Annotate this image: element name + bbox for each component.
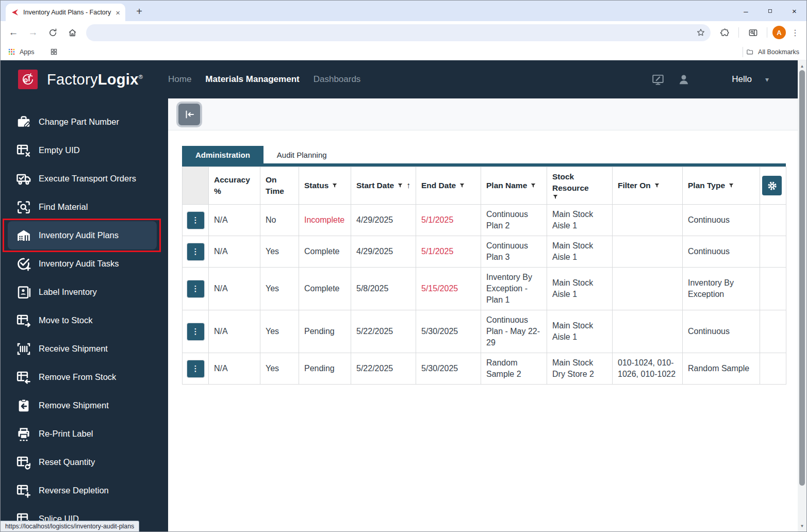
bookmark-star-icon[interactable] — [696, 28, 705, 37]
apps-grid-icon[interactable] — [8, 48, 15, 56]
cell-on-time: Yes — [260, 236, 299, 268]
cell-start-date: 4/29/2025 — [351, 205, 416, 236]
app-nav: Home Materials Management Dashboards — [168, 74, 360, 85]
id-card-icon — [16, 285, 31, 300]
sidebar-item-label: Label Inventory — [39, 287, 97, 297]
cell-status: Pending — [299, 353, 351, 385]
new-tab-button[interactable]: + — [133, 5, 146, 18]
mini-grid-icon[interactable] — [50, 48, 58, 56]
user-icon[interactable] — [677, 73, 690, 86]
column-header[interactable]: Plan Name ↑ — [481, 167, 547, 205]
forward-button[interactable]: → — [24, 24, 42, 41]
nav-link[interactable]: Home — [168, 74, 191, 85]
sidebar-item[interactable]: Change Part Number — [8, 108, 157, 136]
kebab-icon: ⋮ — [192, 327, 200, 336]
monitor-edit-icon[interactable] — [651, 73, 665, 86]
column-header[interactable]: Plan Type ↑ — [683, 167, 760, 205]
sidebar-item[interactable]: Execute Transport Orders — [8, 164, 157, 193]
column-header[interactable]: Filter On ↑ — [613, 167, 683, 205]
address-bar[interactable] — [86, 24, 711, 41]
cell-stock-resource: Main Stock Aisle 1 — [547, 236, 613, 268]
cell-on-time: Yes — [260, 310, 299, 353]
sidebar-item[interactable]: Remove From Stock — [8, 363, 157, 391]
close-window-button[interactable]: × — [782, 1, 806, 21]
sidebar-item-label: Reverse Depletion — [39, 486, 109, 495]
sidebar-item[interactable]: Empty UID — [8, 136, 157, 164]
cell-row-menu: ⋮ — [183, 205, 209, 236]
row-menu-button[interactable]: ⋮ — [187, 360, 205, 378]
sidebar-item[interactable]: Inventory Audit Tasks — [8, 250, 157, 278]
cell-stock-resource: Main Stock Aisle 1 — [547, 268, 613, 310]
nav-link[interactable]: Dashboards — [314, 74, 361, 85]
sidebar-item[interactable]: Re-Print Label — [8, 420, 157, 448]
maximize-button[interactable] — [758, 1, 782, 21]
profile-avatar[interactable]: A — [772, 26, 786, 39]
cell-plan-type: Continuous — [683, 236, 760, 268]
side-panel-icon[interactable] — [744, 24, 762, 41]
column-header[interactable]: Status ↑ — [299, 167, 351, 205]
extensions-icon[interactable] — [716, 24, 733, 41]
column-settings-button[interactable] — [762, 176, 782, 195]
header-actions: Hello ▾ — [651, 73, 799, 86]
column-header[interactable]: End Date ↑ — [416, 167, 481, 205]
scrollbar-thumb[interactable] — [799, 70, 805, 486]
nav-link[interactable]: Materials Management — [205, 74, 299, 85]
sidebar: Change Part Number Empty UID Execute Tra… — [1, 98, 168, 531]
min-icon: – — [744, 7, 748, 15]
row-menu-button[interactable]: ⋮ — [187, 211, 205, 229]
filter-icon[interactable] — [459, 182, 465, 189]
filter-icon[interactable] — [530, 182, 536, 189]
chevron-down-icon[interactable]: ▾ — [765, 75, 769, 84]
sidebar-item[interactable]: Label Inventory — [8, 278, 157, 306]
sidebar-item[interactable]: Remove Shipment — [8, 391, 157, 420]
reload-button[interactable] — [44, 24, 61, 41]
sidebar-item[interactable]: Inventory Audit Plans — [8, 221, 157, 250]
cell-on-time: No — [260, 205, 299, 236]
cell-extra — [760, 268, 786, 310]
max-icon — [767, 8, 773, 14]
collapse-sidebar-button[interactable] — [176, 102, 202, 127]
cell-accuracy: N/A — [209, 353, 260, 385]
filter-icon[interactable] — [397, 182, 403, 189]
page-tab[interactable]: Administration — [182, 146, 263, 163]
warehouse-icon — [16, 228, 31, 243]
sidebar-item[interactable]: Reset Quantity — [8, 448, 157, 476]
column-header[interactable]: ↑ — [183, 167, 209, 205]
column-header[interactable]: On Time ↑ — [260, 167, 299, 205]
tab-close-icon[interactable]: × — [116, 8, 120, 17]
all-bookmarks-button[interactable]: All Bookmarks — [758, 48, 799, 56]
sidebar-item-label: Re-Print Label — [39, 429, 93, 439]
user-menu[interactable]: Hello — [732, 74, 752, 85]
row-menu-button[interactable]: ⋮ — [187, 280, 205, 298]
sidebar-item[interactable]: Receive Shipment — [8, 335, 157, 363]
sidebar-item[interactable]: Find Material — [8, 193, 157, 221]
row-menu-button[interactable]: ⋮ — [187, 243, 205, 261]
column-header[interactable]: Accuracy % ↑ — [209, 167, 260, 205]
row-menu-button[interactable]: ⋮ — [187, 323, 205, 341]
sidebar-item[interactable]: Reverse Depletion — [8, 476, 157, 505]
filter-icon[interactable] — [552, 194, 558, 200]
cell-start-date: 5/8/2025 — [351, 268, 416, 310]
scroll-up-icon[interactable]: ▲ — [798, 62, 806, 70]
cell-plan-type: Inventory By Exception — [683, 268, 760, 310]
page-tab[interactable]: Audit Planning — [263, 146, 340, 163]
gear-icon — [767, 180, 778, 191]
filter-icon[interactable] — [654, 182, 660, 189]
browser-menu-icon[interactable]: ⋮ — [788, 28, 802, 38]
scan-search-icon — [16, 200, 31, 215]
column-settings-header — [760, 167, 786, 205]
cell-start-date: 5/22/2025 — [351, 310, 416, 353]
sidebar-item[interactable]: Move to Stock — [8, 306, 157, 335]
scroll-down-icon[interactable]: ▼ — [798, 522, 806, 529]
grid-refresh-icon — [16, 455, 31, 470]
column-header[interactable]: Start Date ↑ — [351, 167, 416, 205]
apps-bookmark[interactable]: Apps — [20, 48, 35, 56]
filter-icon[interactable] — [332, 182, 338, 189]
home-button[interactable] — [63, 24, 81, 41]
filter-icon[interactable] — [728, 182, 734, 189]
minimize-button[interactable]: – — [734, 1, 758, 21]
back-button[interactable]: ← — [5, 24, 22, 41]
page-scrollbar[interactable]: ▲ ▼ — [798, 60, 806, 531]
column-header[interactable]: Stock Resource ↑ — [547, 167, 613, 205]
browser-tab[interactable]: Inventory Audit Plans - FactoryL × — [6, 4, 125, 21]
